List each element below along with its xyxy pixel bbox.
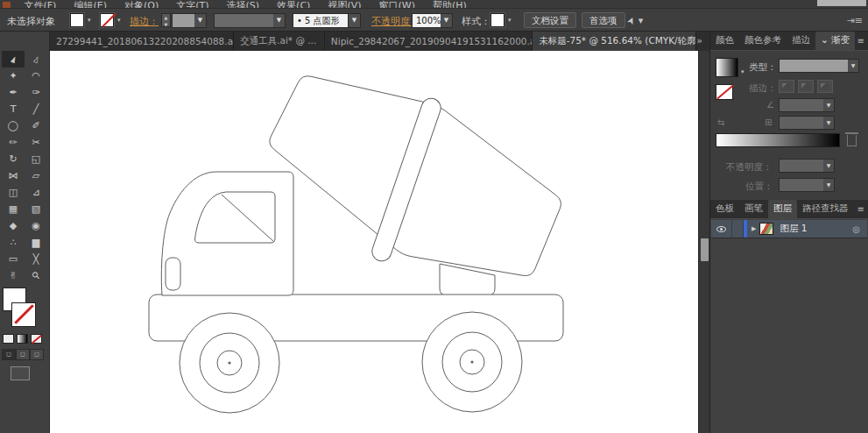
- gradient-type-dropdown[interactable]: ▼: [779, 59, 859, 73]
- gradient-mode-button[interactable]: [17, 334, 28, 344]
- canvas-vertical-scrollbar[interactable]: [698, 51, 709, 433]
- stroke-within-button[interactable]: [779, 80, 794, 93]
- chevron-down-icon[interactable]: ▾: [741, 68, 745, 75]
- type-tool[interactable]: T: [2, 101, 25, 117]
- location-field[interactable]: ▼: [779, 178, 835, 192]
- draw-inside-icon[interactable]: ◻: [30, 349, 44, 360]
- slice-tool[interactable]: ╳: [25, 251, 47, 267]
- opacity-value[interactable]: 100%: [412, 13, 441, 28]
- eyedropper-tool[interactable]: ◆: [2, 217, 25, 234]
- menu-item[interactable]: 选择(S): [218, 0, 269, 9]
- selection-tool[interactable]: ►: [2, 51, 25, 67]
- artboard-tool[interactable]: ▭: [2, 251, 25, 267]
- pen-tool[interactable]: ✒: [2, 84, 25, 101]
- stroke-swatch[interactable]: [100, 13, 114, 27]
- ellipse-tool[interactable]: ◯: [2, 117, 25, 134]
- brush-definition-value[interactable]: • 5 点圆形: [293, 13, 349, 28]
- stroke-weight-dropdown[interactable]: ▼: [172, 13, 207, 28]
- direct-selection-tool[interactable]: ▻: [25, 51, 47, 67]
- menu-item[interactable]: 文件(F): [16, 0, 66, 9]
- color-mode-button[interactable]: [3, 334, 14, 344]
- fill-swatch[interactable]: [70, 13, 84, 27]
- panel-menu-icon[interactable]: ≡: [857, 36, 864, 46]
- panel-tab-渐变[interactable]: ⌄ 渐变: [815, 32, 855, 50]
- panel-tab-色板[interactable]: 色板: [710, 200, 739, 218]
- layer-name[interactable]: 图层 1: [780, 223, 852, 235]
- reverse-gradient-icon[interactable]: ⇆: [717, 117, 724, 127]
- none-mode-button[interactable]: [31, 334, 42, 344]
- mesh-tool[interactable]: ▦: [2, 201, 25, 217]
- chevron-down-icon[interactable]: ▼: [349, 14, 360, 27]
- stroke-along-button[interactable]: [798, 80, 814, 93]
- brush-definition-dropdown[interactable]: ▼: [349, 13, 361, 28]
- panel-tab-路径查找器[interactable]: 路径查找器: [797, 200, 854, 218]
- stroke-color-proxy[interactable]: [12, 303, 35, 326]
- perspective-grid-tool[interactable]: ⊿: [25, 184, 47, 201]
- chevron-down-icon[interactable]: ▼: [194, 14, 206, 27]
- hand-tool[interactable]: ✌: [2, 267, 25, 284]
- line-segment-tool[interactable]: ╱: [25, 101, 47, 117]
- draw-mode-switch[interactable]: ◻◻◻: [2, 349, 44, 360]
- menu-item[interactable]: 对象(O): [116, 0, 167, 9]
- mixer-truck-drawing[interactable]: [50, 51, 698, 433]
- fill-dropdown-icon[interactable]: ▾: [88, 17, 91, 24]
- front-wheel[interactable]: [180, 313, 279, 413]
- chevron-down-icon[interactable]: ▼: [823, 99, 834, 111]
- blend-tool[interactable]: ◉: [25, 217, 47, 234]
- visibility-cell[interactable]: [711, 220, 732, 238]
- stroke-dropdown-icon[interactable]: ▾: [117, 17, 121, 24]
- stroke-weight-stepper[interactable]: ▲▼: [161, 13, 171, 27]
- add-anchor-point-tool[interactable]: ✑: [25, 84, 47, 101]
- select-similar-icon[interactable]: ➤ ▾: [627, 15, 643, 26]
- draw-normal-icon[interactable]: ◻: [2, 349, 16, 360]
- collapse-controlbar-icon[interactable]: ⇥≡: [847, 15, 863, 26]
- document-setup-button[interactable]: 文档设置: [524, 12, 576, 28]
- document-tab[interactable]: Nipic_29842067_20190904191531162000.ai*×: [325, 32, 533, 51]
- chevron-down-icon[interactable]: ▼: [848, 60, 858, 72]
- paintbrush-tool[interactable]: ✐: [25, 117, 47, 134]
- symbol-sprayer-tool[interactable]: ∴: [2, 234, 25, 251]
- draw-behind-icon[interactable]: ◻: [16, 349, 30, 360]
- column-graph-tool[interactable]: ▆: [25, 234, 47, 251]
- none-swatch[interactable]: [716, 84, 733, 100]
- panel-tab-颜色[interactable]: 颜色: [710, 32, 739, 50]
- aspect-ratio-field[interactable]: ▼: [779, 116, 835, 130]
- eye-icon[interactable]: [716, 226, 726, 232]
- layer-thumbnail[interactable]: [759, 223, 773, 235]
- chevron-down-icon[interactable]: ▼: [273, 14, 285, 27]
- menu-item[interactable]: 效果(C): [268, 0, 319, 9]
- preferences-button[interactable]: 首选项: [582, 12, 625, 28]
- menu-item[interactable]: 视图(V): [319, 0, 370, 9]
- chevron-down-icon[interactable]: ▼: [823, 160, 834, 172]
- door-handle[interactable]: [166, 258, 180, 290]
- scrollbar-thumb[interactable]: [701, 238, 709, 261]
- expand-arrow-icon[interactable]: ▶: [747, 225, 759, 232]
- width-profile-dropdown[interactable]: ▼: [214, 13, 286, 28]
- zoom-tool[interactable]: ⚲: [25, 267, 47, 284]
- document-tab[interactable]: 27299441_20180613220208854088.ai*×: [50, 32, 234, 51]
- panel-tab-颜色参考[interactable]: 颜色参考: [739, 32, 787, 50]
- style-swatch[interactable]: [490, 13, 505, 27]
- layer-row[interactable]: ▶ 图层 1 ◎: [711, 220, 867, 238]
- pencil-tool[interactable]: ✏: [2, 134, 25, 151]
- gradient-slider[interactable]: [716, 133, 840, 147]
- width-tool[interactable]: ⋈: [2, 167, 25, 184]
- screen-mode-button[interactable]: [11, 366, 30, 380]
- menu-item[interactable]: 窗口(W): [370, 0, 423, 9]
- stroke-link[interactable]: 描边：: [130, 15, 159, 28]
- chevron-down-icon[interactable]: ▼: [441, 14, 452, 27]
- document-tab[interactable]: 未标题-75* @ 516.64% (CMYK/轮廓)×: [533, 32, 696, 51]
- rear-wheel[interactable]: [422, 312, 522, 412]
- panel-tab-图层[interactable]: 图层: [768, 200, 797, 218]
- lasso-tool[interactable]: ◠: [25, 67, 47, 84]
- menu-item[interactable]: 文字(T): [167, 0, 217, 9]
- angle-field[interactable]: ▼: [779, 98, 835, 112]
- gradient-thumbnail[interactable]: [716, 58, 738, 77]
- panel-tab-画笔[interactable]: 画笔: [739, 200, 768, 218]
- shape-builder-tool[interactable]: ◫: [2, 184, 25, 201]
- opacity-dropdown[interactable]: ▼: [441, 13, 453, 28]
- panel-tab-描边[interactable]: 描边: [787, 32, 815, 50]
- document-tab[interactable]: 交通工具.ai* @ ...×: [234, 32, 325, 51]
- tab-overflow-icon[interactable]: »: [696, 32, 709, 51]
- target-circle-icon[interactable]: ◎: [852, 224, 860, 234]
